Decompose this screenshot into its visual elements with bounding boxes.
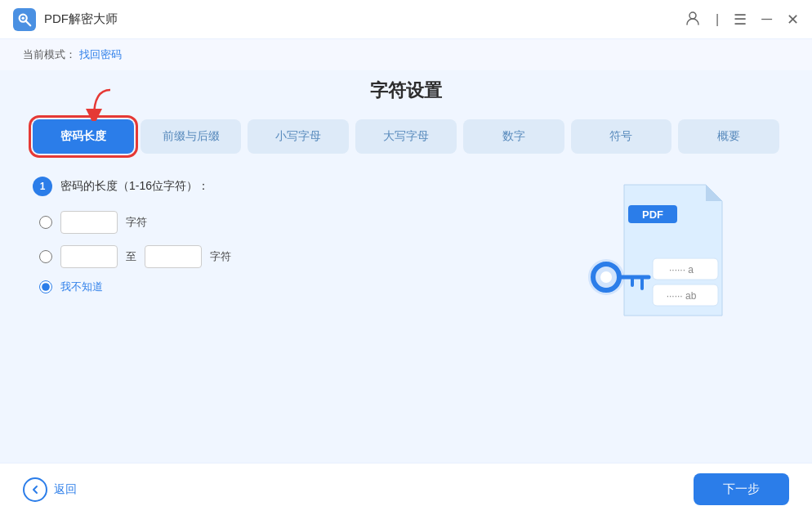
- title-bar: PDF解密大师 | ☰ ─ ✕: [0, 0, 812, 39]
- range-label: 字符: [210, 249, 231, 264]
- range-to-input[interactable]: [145, 245, 202, 268]
- svg-point-2: [21, 16, 25, 20]
- minimize-icon[interactable]: ─: [761, 11, 772, 28]
- menu-icon[interactable]: ☰: [734, 11, 747, 29]
- radio-fixed[interactable]: [39, 216, 52, 229]
- fixed-length-input[interactable]: [60, 211, 118, 234]
- back-label: 返回: [54, 482, 77, 497]
- svg-text:······ ab: ······ ab: [667, 290, 697, 302]
- user-icon[interactable]: [685, 10, 701, 29]
- radio-unknown[interactable]: [39, 280, 52, 293]
- illustration: PDF ······ a ······ ab: [551, 177, 779, 340]
- next-button[interactable]: 下一步: [694, 473, 789, 505]
- content-area: 1 密码的长度（1-16位字符）： 字符 至 字符: [33, 177, 779, 340]
- back-button[interactable]: 返回: [23, 477, 77, 502]
- tab-prefix-suffix[interactable]: 前缀与后缀: [141, 119, 242, 154]
- radio-fixed-row: 字符: [39, 211, 526, 234]
- illustration-svg: PDF ······ a ······ ab: [559, 177, 771, 340]
- tab-lowercase[interactable]: 小写字母: [248, 119, 349, 154]
- unknown-label: 我不知道: [60, 280, 103, 294]
- arrow-indicator: [82, 88, 123, 127]
- separator: |: [716, 12, 719, 27]
- fixed-label: 字符: [126, 215, 147, 230]
- radio-group: 字符 至 字符 我不知道: [33, 211, 526, 294]
- tab-symbols[interactable]: 符号: [571, 119, 672, 154]
- main-content: 字符设置 密码长度 前缀与后缀 小写字母 大写字母 数字 符号 概要 1: [0, 70, 812, 356]
- mode-bar: 当前模式： 找回密码: [0, 39, 812, 70]
- svg-text:PDF: PDF: [642, 208, 663, 221]
- range-connector: 至: [126, 249, 136, 264]
- back-circle-icon: [23, 477, 47, 502]
- radio-unknown-row: 我不知道: [39, 280, 526, 294]
- step-badge: 1: [33, 177, 52, 196]
- tab-digits[interactable]: 数字: [463, 119, 564, 154]
- range-from-input[interactable]: [60, 245, 118, 268]
- mode-prefix: 当前模式：: [23, 48, 76, 60]
- close-icon[interactable]: ✕: [787, 11, 799, 29]
- section-header: 1 密码的长度（1-16位字符）：: [33, 177, 526, 196]
- svg-text:······ a: ······ a: [669, 264, 694, 275]
- svg-point-13: [600, 271, 612, 283]
- form-section: 1 密码的长度（1-16位字符）： 字符 至 字符: [33, 177, 526, 340]
- app-title: PDF解密大师: [44, 11, 685, 27]
- tabs-row: 密码长度 前缀与后缀 小写字母 大写字母 数字 符号 概要: [33, 119, 779, 154]
- svg-point-3: [689, 12, 696, 19]
- tab-summary[interactable]: 概要: [678, 119, 779, 154]
- svg-line-1: [25, 20, 30, 25]
- section-label: 密码的长度（1-16位字符）：: [60, 179, 209, 194]
- footer: 返回 下一步: [0, 463, 812, 515]
- radio-range[interactable]: [39, 250, 52, 263]
- tab-uppercase[interactable]: 大写字母: [355, 119, 457, 154]
- radio-range-row: 至 字符: [39, 245, 526, 268]
- window-controls: | ☰ ─ ✕: [685, 10, 799, 29]
- mode-value: 找回密码: [79, 48, 122, 60]
- page-title: 字符设置: [33, 78, 779, 103]
- app-logo: [13, 8, 36, 31]
